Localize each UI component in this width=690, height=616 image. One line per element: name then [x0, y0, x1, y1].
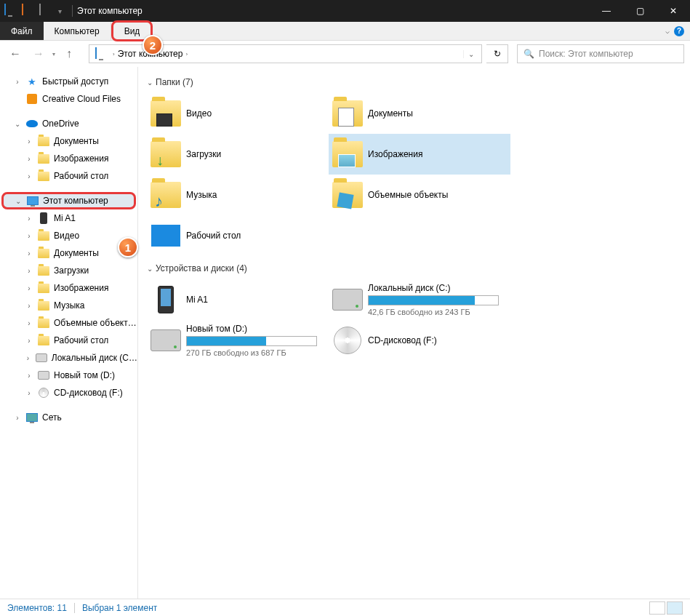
folder-label: Видео: [186, 108, 212, 119]
drive-icon: [332, 284, 364, 316]
folder-icon: ♪: [150, 179, 182, 211]
content-pane: ⌄ Папки (7) Видео Документы ↓ Загрузки И…: [138, 67, 690, 599]
folder-icon: [38, 230, 49, 241]
forward-button[interactable]: →: [29, 44, 48, 63]
device-label: Новый том (D:): [186, 324, 317, 334]
chevron-right-icon[interactable]: ›: [185, 51, 188, 57]
help-icon[interactable]: ?: [674, 26, 684, 36]
sidebar-item[interactable]: › Видео: [0, 227, 137, 244]
address-dropdown-icon[interactable]: ⌄: [463, 50, 478, 58]
sidebar-item[interactable]: › Рабочий стол: [0, 167, 137, 185]
device-item[interactable]: Новый том (D:) 270 ГБ свободно из 687 ГБ: [147, 320, 329, 361]
file-tab[interactable]: Файл: [0, 22, 44, 40]
folder-icon: ↓: [150, 138, 182, 170]
pc-icon: [95, 48, 107, 60]
folder-icon: [332, 179, 364, 211]
sidebar-item-label: OneDrive: [42, 119, 79, 129]
folder-item[interactable]: ♪ Музыка: [147, 175, 329, 215]
network-icon: [26, 412, 38, 423]
sidebar-item[interactable]: › Документы: [0, 244, 137, 262]
navigation-bar: ← → ▾ ↑ › Этот компьютер › ⌄ ↻ 🔍 Поиск: …: [0, 41, 690, 67]
ribbon-collapse-icon[interactable]: ⌵: [665, 27, 670, 35]
chevron-down-icon: ⌄: [147, 265, 153, 273]
sidebar-item-label: Музыка: [54, 300, 84, 311]
sidebar-item-label: Creative Cloud Files: [42, 94, 121, 104]
sidebar-item[interactable]: › Документы: [0, 132, 137, 150]
folder-icon: [150, 97, 182, 129]
cd-icon: [38, 387, 49, 399]
folder-item[interactable]: Документы: [329, 93, 510, 134]
sidebar-item-onedrive[interactable]: ⌄ OneDrive: [0, 115, 137, 132]
folder-item[interactable]: Изображения: [329, 134, 510, 175]
chevron-right-icon[interactable]: ›: [113, 51, 115, 57]
device-label: Mi A1: [186, 295, 208, 305]
sidebar-item[interactable]: › Загрузки: [0, 262, 137, 279]
folder-label: Загрузки: [186, 149, 221, 159]
pc-icon: [4, 4, 17, 17]
folder-item[interactable]: Объемные объекты: [329, 175, 510, 215]
device-label: Локальный диск (C:): [368, 283, 499, 293]
sidebar-item-this-pc[interactable]: ⌄ Этот компьютер: [1, 192, 136, 209]
search-input[interactable]: 🔍 Поиск: Этот компьютер: [517, 44, 684, 63]
annotation-badge-1: 1: [118, 237, 138, 257]
folder-item[interactable]: ↓ Загрузки: [147, 134, 329, 175]
view-tiles-button[interactable]: [667, 601, 683, 615]
phone-icon: [38, 212, 49, 224]
sidebar-item[interactable]: › Рабочий стол: [0, 332, 137, 349]
folder-icon: [38, 300, 49, 311]
navigation-pane: ›★ Быстрый доступ › Creative Cloud Files…: [0, 67, 138, 599]
maximize-button[interactable]: ▢: [623, 0, 657, 22]
sidebar-item-quick-access[interactable]: ›★ Быстрый доступ: [0, 73, 137, 90]
sidebar-item-label: Документы: [54, 248, 99, 258]
up-button[interactable]: ↑: [60, 44, 79, 63]
group-header-devices[interactable]: ⌄ Устройства и диски (4): [147, 263, 681, 273]
properties-icon: [39, 4, 52, 17]
view-details-button[interactable]: [649, 601, 665, 615]
device-item[interactable]: Mi A1: [147, 279, 329, 320]
folder-icon: [38, 282, 49, 294]
back-button[interactable]: ←: [6, 44, 25, 63]
sidebar-item-label: Сеть: [42, 412, 62, 423]
sidebar-item-label: Быстрый доступ: [42, 76, 108, 87]
sidebar-item[interactable]: › Изображения: [0, 279, 137, 297]
cc-icon: [26, 93, 38, 105]
tab-computer[interactable]: Компьютер: [44, 22, 111, 40]
sidebar-item-label: Рабочий стол: [54, 171, 108, 181]
minimize-button[interactable]: ―: [590, 0, 623, 22]
device-label: CD-дисковод (F:): [368, 335, 437, 345]
sidebar-item[interactable]: › Музыка: [0, 297, 137, 314]
sidebar-item[interactable]: › Изображения: [0, 150, 137, 167]
sidebar-item[interactable]: › Новый том (D:): [0, 367, 137, 384]
refresh-button[interactable]: ↻: [486, 44, 508, 63]
sidebar-item-label: Рабочий стол: [54, 335, 108, 345]
sidebar-item-label: Документы: [54, 136, 99, 146]
device-item[interactable]: CD-дисковод (F:): [329, 320, 510, 361]
window-title: Этот компьютер: [77, 6, 143, 16]
onedrive-icon: [26, 118, 38, 129]
sidebar-item-creative-cloud[interactable]: › Creative Cloud Files: [0, 90, 137, 108]
search-icon: 🔍: [523, 49, 534, 59]
sidebar-item-label: Этот компьютер: [43, 196, 108, 206]
folder-item[interactable]: Рабочий стол: [147, 215, 329, 256]
group-header-folders[interactable]: ⌄ Папки (7): [147, 77, 681, 87]
usage-bar: [368, 295, 499, 305]
sidebar-item[interactable]: › Mi A1: [0, 209, 137, 227]
sidebar-item-label: Изображения: [54, 153, 108, 164]
sidebar-item-label: CD-дисковод (F:): [54, 388, 123, 398]
folder-label: Рабочий стол: [186, 231, 241, 241]
folder-icon: [332, 97, 364, 129]
sidebar-item[interactable]: › CD-дисковод (F:): [0, 384, 137, 401]
sidebar-item-network[interactable]: › Сеть: [0, 409, 137, 426]
history-dropdown-icon[interactable]: ▾: [52, 51, 55, 57]
ribbon-tabs: Файл Компьютер Вид ⌵ ?: [0, 22, 690, 41]
folder-icon: [38, 247, 49, 259]
sidebar-item-label: Mi A1: [54, 213, 76, 223]
close-button[interactable]: ✕: [657, 0, 690, 22]
sidebar-item[interactable]: › Локальный диск (C…: [0, 349, 137, 367]
status-item-count: Элементов: 11: [7, 603, 67, 613]
sidebar-item[interactable]: › Объемные объект…: [0, 314, 137, 332]
device-item[interactable]: Локальный диск (C:) 42,6 ГБ свободно из …: [329, 279, 510, 320]
folder-item[interactable]: Видео: [147, 93, 329, 134]
qat-dropdown-icon[interactable]: ▾: [58, 7, 62, 15]
folder-icon: [150, 220, 182, 252]
